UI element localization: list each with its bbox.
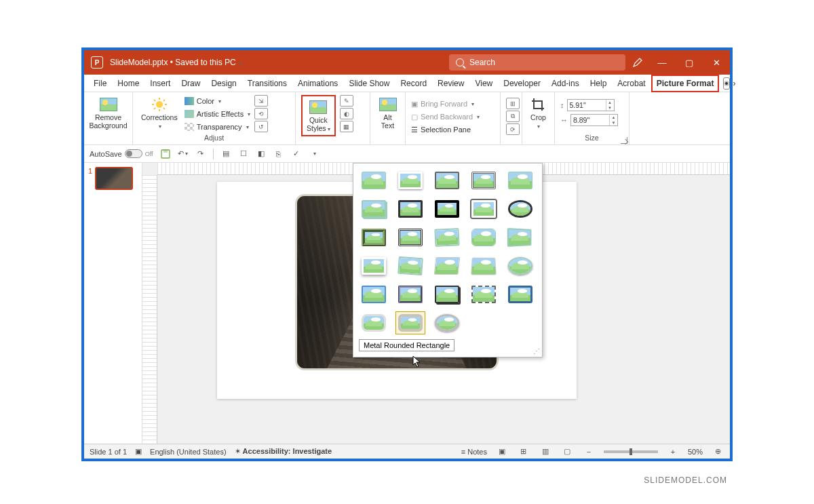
picture-style-option[interactable] <box>469 254 499 277</box>
redo-button[interactable]: ↷ <box>195 149 206 159</box>
change-picture-button[interactable]: ⟲ <box>254 108 268 119</box>
fit-to-window-button[interactable]: ⊕ <box>711 446 724 457</box>
width-spinner[interactable]: 8.89"▲▼ <box>570 114 618 126</box>
tab-help[interactable]: Help <box>585 75 613 92</box>
picture-style-option[interactable] <box>359 226 389 249</box>
picture-style-option[interactable] <box>469 283 499 306</box>
reset-picture-button[interactable]: ↺ <box>254 121 268 132</box>
slide-thumbnail-1[interactable]: 1 <box>88 167 138 190</box>
rotate-button[interactable]: ⟳ <box>506 123 520 135</box>
qat-button-1[interactable]: ▤ <box>220 149 231 159</box>
tab-slide-show[interactable]: Slide Show <box>343 75 395 92</box>
search-box[interactable]: Search <box>449 54 625 71</box>
chevron-down-icon[interactable]: ▾ <box>239 60 242 66</box>
zoom-slider[interactable] <box>604 450 658 453</box>
resize-grip-icon[interactable]: ⋰ <box>533 347 540 355</box>
spinner-down-icon[interactable]: ▼ <box>610 120 617 125</box>
picture-style-option[interactable] <box>359 169 389 192</box>
accessibility-check[interactable]: ✶ Accessibility: Investigate <box>235 447 332 456</box>
tab-home[interactable]: Home <box>112 75 144 92</box>
picture-style-option[interactable] <box>469 226 499 249</box>
spinner-down-icon[interactable]: ▼ <box>606 105 614 111</box>
maximize-button[interactable]: ▢ <box>676 50 703 75</box>
close-button[interactable]: ✕ <box>703 50 730 75</box>
slideshow-view-button[interactable]: ▢ <box>560 446 574 457</box>
qat-button-5[interactable]: ✓ <box>291 149 302 159</box>
picture-style-option[interactable] <box>395 226 425 249</box>
picture-border-button[interactable]: ✎ <box>340 95 353 106</box>
zoom-in-button[interactable]: + <box>666 446 680 457</box>
quick-styles-button[interactable]: Quick Styles▾ <box>304 98 333 134</box>
document-title[interactable]: SlideModel.pptx • Saved to this PC ▾ <box>110 58 242 67</box>
picture-layout-button[interactable]: ▦ <box>340 121 353 132</box>
spinner-up-icon[interactable]: ▲ <box>606 100 614 105</box>
picture-style-option[interactable] <box>432 226 462 249</box>
picture-style-option[interactable] <box>505 197 535 220</box>
picture-style-option[interactable] <box>432 197 462 220</box>
picture-style-option[interactable] <box>505 226 535 249</box>
qat-overflow-button[interactable]: ▾ <box>309 149 319 159</box>
qat-button-3[interactable]: ◧ <box>256 149 267 159</box>
picture-style-option[interactable] <box>395 254 425 277</box>
qat-button-2[interactable]: ☐ <box>238 149 249 159</box>
group-button[interactable]: ⧉ <box>506 111 520 122</box>
minimize-button[interactable]: — <box>648 50 676 75</box>
remove-background-button[interactable]: Remove Background <box>90 95 127 131</box>
picture-style-option[interactable] <box>432 169 462 192</box>
tab-record[interactable]: Record <box>395 75 432 92</box>
corrections-button[interactable]: Corrections▾ <box>138 95 180 131</box>
tab-insert[interactable]: Insert <box>144 75 176 92</box>
height-spinner[interactable]: 5.91"▲▼ <box>567 99 615 111</box>
tab-picture-format[interactable]: Picture Format <box>651 75 720 92</box>
selection-pane-button[interactable]: ☰Selection Pane <box>411 123 495 136</box>
picture-style-option[interactable] <box>395 197 425 220</box>
picture-style-option[interactable] <box>432 311 462 334</box>
alt-text-button[interactable]: Alt Text <box>376 95 400 131</box>
tab-review[interactable]: Review <box>432 75 469 92</box>
undo-button[interactable]: ↶▾ <box>178 149 189 159</box>
ribbon-overflow-button[interactable]: › <box>730 75 738 92</box>
autosave-toggle[interactable]: AutoSave Off <box>90 149 153 158</box>
picture-style-option[interactable] <box>359 254 389 277</box>
tab-developer[interactable]: Developer <box>498 75 546 92</box>
language-indicator[interactable]: English (United States) <box>150 448 227 456</box>
bring-forward-button[interactable]: ▣Bring Forward▾ <box>411 98 495 110</box>
slide-thumbnail-pane[interactable]: 1 <box>84 163 142 444</box>
slide-sorter-button[interactable]: ⊞ <box>517 446 530 457</box>
tab-file[interactable]: File <box>88 75 112 92</box>
picture-style-option[interactable] <box>505 254 535 277</box>
picture-styles-gallery[interactable]: Metal Rounded Rectangle ⋰ <box>353 163 543 357</box>
normal-view-button[interactable]: ▣ <box>495 446 509 457</box>
picture-style-option[interactable] <box>469 169 499 192</box>
zoom-out-button[interactable]: − <box>582 446 596 457</box>
crop-button[interactable]: Crop▾ <box>528 95 549 131</box>
spellcheck-icon[interactable]: ▣ <box>135 447 142 456</box>
tab-animations[interactable]: Animations <box>292 75 343 92</box>
slide-counter[interactable]: Slide 1 of 1 <box>90 448 127 456</box>
picture-style-option[interactable] <box>395 169 425 192</box>
picture-style-option[interactable] <box>432 283 462 306</box>
reading-view-button[interactable]: ▥ <box>539 446 552 457</box>
picture-style-option[interactable] <box>395 311 425 334</box>
tab-transitions[interactable]: Transitions <box>242 75 292 92</box>
picture-style-option[interactable] <box>359 283 389 306</box>
pen-mode-icon[interactable] <box>632 57 643 68</box>
color-button[interactable]: Color▾ <box>185 95 250 107</box>
send-backward-button[interactable]: ▢Send Backward▾ <box>411 111 495 123</box>
picture-style-option[interactable] <box>359 311 389 334</box>
size-dialog-launcher[interactable] <box>621 137 627 144</box>
picture-effects-button[interactable]: ◐ <box>340 108 353 119</box>
qat-button-4[interactable]: ⎘ <box>273 149 284 159</box>
transparency-button[interactable]: Transparency▾ <box>185 121 250 133</box>
tab-add-ins[interactable]: Add-ins <box>546 75 585 92</box>
picture-style-option[interactable] <box>505 283 535 306</box>
tab-view[interactable]: View <box>469 75 498 92</box>
compress-pictures-button[interactable]: ⇲ <box>254 95 268 106</box>
picture-style-option[interactable] <box>432 254 462 277</box>
zoom-level[interactable]: 50% <box>688 448 703 456</box>
camera-button[interactable] <box>723 77 730 90</box>
picture-style-option[interactable] <box>359 197 389 220</box>
tab-acrobat[interactable]: Acrobat <box>612 75 651 92</box>
picture-style-option[interactable] <box>395 283 425 306</box>
align-button[interactable]: ⊞ <box>506 98 520 109</box>
